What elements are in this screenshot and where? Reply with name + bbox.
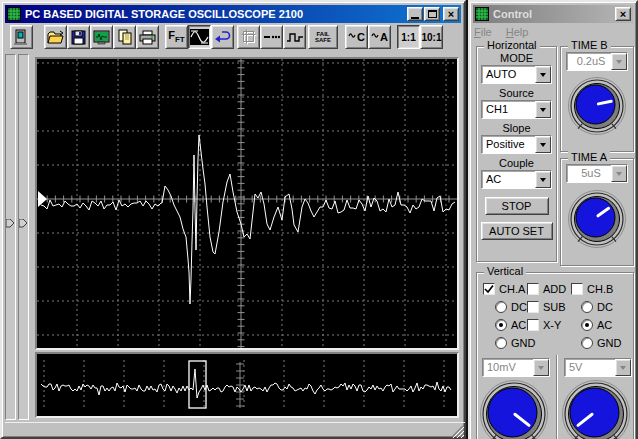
ch-a-scale-combo-dropdown-arrow[interactable] bbox=[533, 359, 549, 376]
menu-file[interactable]: File bbox=[474, 26, 492, 38]
square-wave-icon bbox=[286, 30, 304, 44]
v-c1-add-checkbox[interactable] bbox=[527, 283, 539, 295]
time-b-combo[interactable]: 0.2uS bbox=[566, 52, 628, 71]
auto-set-button[interactable]: AUTO SET bbox=[481, 222, 553, 240]
time-a-combo[interactable]: 5uS bbox=[566, 164, 628, 183]
slider-a-thumb[interactable] bbox=[6, 219, 15, 228]
ratio-10-1-button[interactable]: 10:1 bbox=[420, 25, 443, 49]
waveform-display-button[interactable] bbox=[188, 25, 211, 49]
main-titlebar[interactable]: PC BASED DIGITAL STORAGE OSCILLOSCOPE 21… bbox=[5, 5, 461, 23]
v-c0-dc-radio[interactable] bbox=[495, 301, 507, 313]
dotted-line-icon bbox=[263, 33, 280, 41]
v-c0-cha-checkbox[interactable] bbox=[483, 283, 495, 295]
couple-label: Couple bbox=[477, 157, 556, 169]
control-icon bbox=[475, 7, 489, 21]
ch-b-scale-combo[interactable]: 5V bbox=[564, 358, 632, 377]
couple-combo-dropdown-arrow[interactable] bbox=[535, 171, 551, 188]
source-combo[interactable]: CH1 bbox=[481, 100, 552, 119]
fail-safe-button[interactable]: FAILSAFE bbox=[308, 25, 338, 49]
close-button[interactable]: × bbox=[443, 7, 459, 21]
v-c2-gnd-label: GND bbox=[597, 337, 621, 349]
wave-c-button[interactable]: C bbox=[345, 25, 368, 49]
time-a-combo-dropdown-arrow[interactable] bbox=[611, 165, 627, 182]
slope-combo-dropdown-arrow[interactable] bbox=[535, 136, 551, 153]
v-c2-dc-radio[interactable] bbox=[581, 301, 593, 313]
maximize-button[interactable] bbox=[424, 7, 440, 21]
save-button[interactable] bbox=[67, 25, 90, 49]
control-menubar: FileHelp bbox=[474, 24, 528, 40]
mode-combo[interactable]: AUTO bbox=[481, 65, 552, 84]
undo-arrow-icon bbox=[214, 29, 232, 45]
v-c0-ac-radio[interactable] bbox=[495, 319, 507, 331]
copy-pages-icon bbox=[117, 29, 133, 45]
time-b-knob[interactable] bbox=[567, 76, 627, 136]
control-titlebar[interactable]: Control × bbox=[473, 5, 633, 23]
ch-a-scale-combo[interactable]: 10mV bbox=[482, 358, 550, 377]
close-icon: × bbox=[448, 9, 454, 19]
time-b-combo-dropdown-arrow[interactable] bbox=[611, 53, 627, 70]
overview-selection-rect[interactable] bbox=[189, 361, 206, 408]
stop-button[interactable]: STOP bbox=[485, 197, 549, 215]
control-window: Control × FileHelp Horizontal MODEAUTOSo… bbox=[468, 0, 638, 439]
display-button[interactable] bbox=[90, 25, 113, 49]
open-button[interactable] bbox=[44, 25, 67, 49]
v-c0-gnd-radio[interactable] bbox=[495, 337, 507, 349]
save-floppy-icon bbox=[71, 30, 86, 45]
square-wave-button[interactable] bbox=[283, 25, 306, 49]
trigger-marker bbox=[38, 191, 47, 207]
source-label: Source bbox=[477, 87, 556, 99]
app-icon bbox=[7, 7, 21, 21]
wave-a-button[interactable]: A bbox=[368, 25, 391, 49]
ch-b-scale-combo-dropdown-arrow[interactable] bbox=[615, 359, 631, 376]
position-slider-a[interactable] bbox=[5, 54, 16, 420]
status-bar bbox=[5, 422, 465, 439]
exit-button[interactable] bbox=[10, 25, 33, 49]
minimize-button[interactable] bbox=[407, 7, 423, 21]
v-c2-gnd-radio[interactable] bbox=[581, 337, 593, 349]
print-button[interactable] bbox=[136, 25, 159, 49]
v-c2-chb-checkbox[interactable] bbox=[571, 283, 583, 295]
copy-button[interactable] bbox=[113, 25, 136, 49]
couple-combo[interactable]: AC bbox=[481, 170, 552, 189]
horizontal-group: Horizontal MODEAUTOSourceCH1SlopePositiv… bbox=[476, 46, 557, 262]
v-c0-ac-label: AC bbox=[511, 319, 526, 331]
v-c2-chb-label: CH.B bbox=[587, 283, 613, 295]
v-c2-ac-radio[interactable] bbox=[581, 319, 593, 331]
position-slider-b[interactable] bbox=[18, 54, 29, 420]
maximize-icon bbox=[428, 10, 437, 18]
v-c1-xy-label: X-Y bbox=[543, 319, 561, 331]
main-scope-trace bbox=[37, 59, 457, 348]
ratio-1-1-button[interactable]: 1:1 bbox=[397, 25, 420, 49]
printer-icon bbox=[139, 30, 156, 45]
v-c1-sub-checkbox[interactable] bbox=[527, 301, 539, 313]
vertical-divider bbox=[556, 355, 558, 439]
v-c0-cha-label: CH.A bbox=[499, 283, 525, 295]
undo-button[interactable] bbox=[211, 25, 234, 49]
control-close-button[interactable]: × bbox=[615, 7, 631, 21]
overview-trace bbox=[37, 354, 457, 416]
grid-button[interactable] bbox=[237, 25, 260, 49]
desktop: PC BASED DIGITAL STORAGE OSCILLOSCOPE 21… bbox=[0, 0, 638, 439]
main-window-title: PC BASED DIGITAL STORAGE OSCILLOSCOPE 21… bbox=[25, 8, 406, 20]
dotted-line-button[interactable] bbox=[260, 25, 283, 49]
slope-combo[interactable]: Positive bbox=[481, 135, 552, 154]
menu-help[interactable]: Help bbox=[506, 26, 529, 38]
v-c1-xy-checkbox[interactable] bbox=[527, 319, 539, 331]
fft-button[interactable]: FFT bbox=[165, 25, 188, 49]
minimize-icon bbox=[411, 17, 419, 19]
time-a-knob[interactable] bbox=[567, 189, 627, 249]
mode-combo-dropdown-arrow[interactable] bbox=[535, 66, 551, 83]
main-scope-display bbox=[35, 57, 459, 350]
time-b-group-label: TIME B bbox=[568, 39, 611, 51]
open-folder-icon bbox=[47, 30, 65, 45]
slider-b-thumb[interactable] bbox=[19, 219, 28, 228]
ch-a-scale-knob[interactable] bbox=[479, 379, 549, 439]
vertical-group: Vertical CH.ADCACGNDADDSUBX-YCH.BDCACGND… bbox=[476, 272, 634, 439]
resize-grip[interactable] bbox=[450, 424, 464, 438]
time-b-group: TIME B 0.2uS bbox=[560, 46, 634, 152]
time-a-group-label: TIME A bbox=[568, 151, 610, 163]
overview-scope-display bbox=[35, 352, 459, 418]
v-c2-ac-label: AC bbox=[597, 319, 612, 331]
source-combo-dropdown-arrow[interactable] bbox=[535, 101, 551, 118]
ch-b-scale-knob[interactable] bbox=[561, 379, 631, 439]
